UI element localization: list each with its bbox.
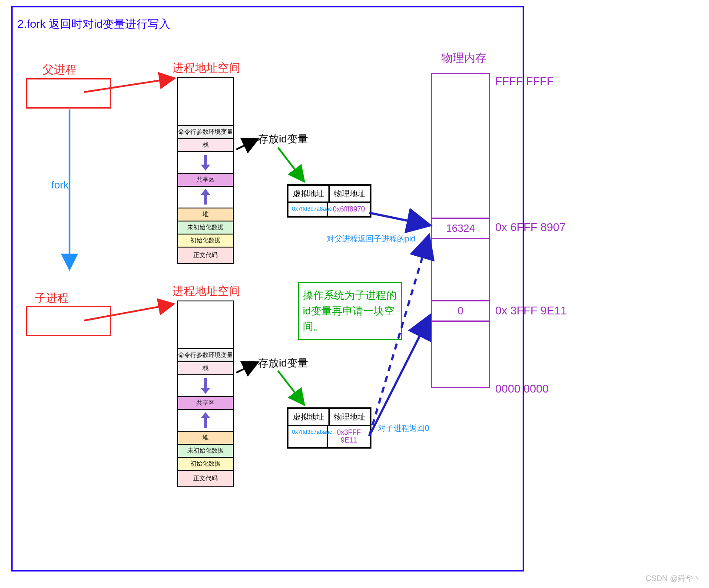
pagetable-parent: 虚拟地址 物理地址 0x7ffd3b7a8aac 0x6fff8970 <box>287 184 371 218</box>
svg-rect-0 <box>204 155 207 165</box>
address-space-child: 命令行参数环境变量 栈 共享区 堆 未初始化数据 初始化数据 正文代码 <box>177 301 234 487</box>
seg-bss: 未初始化数据 <box>177 221 234 235</box>
seg-shared-2: 共享区 <box>177 397 234 410</box>
pmem-blank-bottom <box>432 322 489 387</box>
physical-memory-title: 物理内存 <box>441 50 487 66</box>
seg-arrow-down-icon <box>177 152 234 174</box>
svg-marker-1 <box>201 165 210 171</box>
pt-parent-paddr: 0x6fff8970 <box>328 203 370 216</box>
seg-arrow-up-icon <box>177 187 234 208</box>
pt-col-physical-2: 物理地址 <box>330 409 370 425</box>
svg-marker-6 <box>201 412 210 418</box>
id-var-label-1: 存放id变量 <box>258 132 308 146</box>
parent-process-label: 父进程 <box>43 62 76 77</box>
seg-heap: 堆 <box>177 208 234 221</box>
physical-memory-bar: 16324 0 <box>431 73 490 388</box>
seg-text: 正文代码 <box>177 248 234 264</box>
svg-marker-5 <box>201 388 210 394</box>
os-allocation-note: 操作系统为子进程的id变量再申请一块空间。 <box>298 282 402 340</box>
seg-env: 命令行参数环境变量 <box>177 126 234 139</box>
svg-rect-3 <box>204 195 207 205</box>
seg-stack-2: 栈 <box>177 362 234 375</box>
svg-rect-4 <box>204 378 207 388</box>
pmem-gap <box>432 239 489 300</box>
addrspace-blank <box>177 77 234 126</box>
addrspace-blank-2 <box>177 301 234 349</box>
pt-child-paddr: 0x3FFF 9E11 <box>328 426 370 447</box>
seg-bss-2: 未初始化数据 <box>177 445 234 458</box>
seg-text-2: 正文代码 <box>177 471 234 487</box>
pmem-addr-top: FFFF FFFF <box>495 75 553 88</box>
seg-env-2: 命令行参数环境变量 <box>177 349 234 362</box>
seg-stack: 栈 <box>177 139 234 152</box>
pmem-addr-child: 0x 3FFF 9E11 <box>495 304 567 317</box>
pt-col-virtual-2: 虚拟地址 <box>288 409 330 425</box>
return-to-parent-label: 对父进程返回子进程的pid <box>327 234 415 244</box>
child-process-label: 子进程 <box>35 291 69 306</box>
seg-shared: 共享区 <box>177 174 234 187</box>
addrspace-title-1: 进程地址空间 <box>172 60 240 76</box>
svg-rect-7 <box>204 418 207 428</box>
pmem-addr-parent: 0x 6FFF 8907 <box>495 221 566 234</box>
seg-arrow-up-icon-2 <box>177 410 234 432</box>
pmem-cell-child: 0 <box>432 300 489 322</box>
diagram-title: 2.fork 返回时对id变量进行写入 <box>17 17 171 32</box>
pt-col-physical: 物理地址 <box>330 186 370 202</box>
pmem-addr-bottom: 0000 0000 <box>495 382 549 396</box>
addrspace-title-2: 进程地址空间 <box>172 284 240 299</box>
seg-data-2: 初始化数据 <box>177 458 234 471</box>
pt-col-virtual: 虚拟地址 <box>288 186 330 202</box>
pt-parent-vaddr: 0x7ffd3b7a8aac <box>288 203 328 216</box>
watermark: CSDN @舜华丶 <box>646 573 701 584</box>
pmem-blank-top <box>432 74 489 218</box>
child-process-box <box>26 306 111 336</box>
fork-label: fork <box>51 179 69 191</box>
pmem-cell-parent: 16324 <box>432 218 489 239</box>
seg-data: 初始化数据 <box>177 235 234 248</box>
pt-child-vaddr: 0x7ffd3b7a8aac <box>288 426 328 447</box>
pagetable-child: 虚拟地址 物理地址 0x7ffd3b7a8aac 0x3FFF 9E11 <box>287 407 371 449</box>
svg-marker-2 <box>201 189 210 195</box>
parent-process-box <box>26 78 111 109</box>
id-var-label-2: 存放id变量 <box>258 356 308 370</box>
address-space-parent: 命令行参数环境变量 栈 共享区 堆 未初始化数据 初始化数据 正文代码 <box>177 77 234 264</box>
return-to-child-label: 对子进程返回0 <box>378 423 429 433</box>
seg-arrow-down-icon-2 <box>177 375 234 397</box>
seg-heap-2: 堆 <box>177 432 234 445</box>
